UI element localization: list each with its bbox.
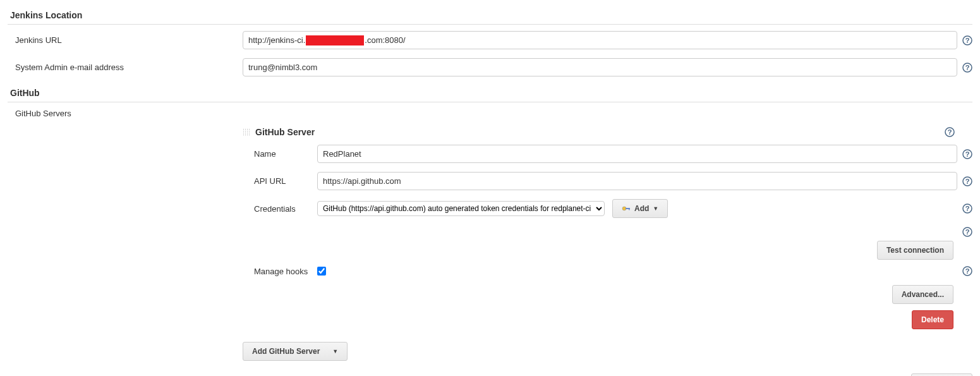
credentials-select[interactable]: GitHub (https://api.github.com) auto gen… (317, 201, 605, 216)
add-cred-label: Add (634, 204, 649, 213)
svg-text:?: ? (965, 64, 970, 71)
jenkins-url-row: Jenkins URL http://jenkins-ci. .com:8080… (8, 31, 972, 49)
jenkins-url-label: Jenkins URL (15, 35, 243, 45)
github-servers-row: GitHub Servers (8, 109, 972, 118)
manage-hooks-label: Manage hooks (254, 267, 317, 276)
jenkins-url-input[interactable] (243, 31, 957, 49)
help-icon[interactable]: ? (962, 176, 972, 186)
delete-server-button[interactable]: Delete (912, 310, 953, 329)
manage-hooks-checkbox[interactable] (317, 267, 326, 276)
help-icon[interactable]: ? (962, 149, 972, 159)
credentials-row: Credentials GitHub (https://api.github.c… (243, 199, 972, 218)
help-icon[interactable]: ? (962, 35, 972, 45)
svg-text:?: ? (965, 205, 970, 212)
add-credentials-button[interactable]: Add ▼ (612, 199, 668, 218)
svg-text:?: ? (948, 128, 952, 136)
section-github-title: GitHub (8, 85, 972, 102)
github-server-block: GitHub Server ? Name ? API URL ? Credent… (243, 127, 972, 329)
caret-down-icon: ▼ (653, 205, 658, 212)
svg-text:?: ? (965, 150, 970, 158)
help-icon[interactable]: ? (962, 203, 972, 214)
caret-down-icon: ▼ (332, 348, 338, 355)
api-url-row: API URL ? (243, 172, 972, 190)
github-servers-label: GitHub Servers (15, 109, 243, 118)
drag-handle-icon[interactable] (243, 128, 250, 136)
admin-email-label: System Admin e-mail address (15, 63, 243, 72)
server-advanced-button[interactable]: Advanced... (892, 285, 953, 304)
outer-advanced-button[interactable]: Advanced... (911, 373, 972, 376)
api-url-label: API URL (254, 176, 317, 186)
svg-text:?: ? (965, 267, 970, 275)
help-icon[interactable]: ? (962, 266, 972, 276)
help-icon[interactable]: ? (962, 63, 972, 73)
svg-rect-12 (629, 208, 630, 210)
admin-email-input[interactable] (243, 58, 957, 76)
add-github-server-button[interactable]: Add GitHub Server ▼ (243, 342, 348, 361)
svg-text:?: ? (965, 228, 970, 236)
section-jenkins-location-title: Jenkins Location (8, 8, 972, 25)
admin-email-row: System Admin e-mail address ? (8, 58, 972, 76)
help-icon[interactable]: ? (945, 127, 955, 137)
manage-hooks-row: Manage hooks ? (243, 266, 972, 276)
api-url-input[interactable] (317, 172, 957, 190)
server-name-row: Name ? (243, 145, 972, 163)
server-name-label: Name (254, 149, 317, 159)
test-connection-button[interactable]: Test connection (877, 241, 953, 260)
svg-text:?: ? (965, 37, 970, 44)
github-server-title: GitHub Server (255, 127, 315, 137)
svg-text:?: ? (965, 178, 970, 185)
help-icon[interactable]: ? (962, 227, 972, 237)
add-server-label: Add GitHub Server (252, 347, 320, 356)
key-icon (622, 205, 631, 212)
credentials-label: Credentials (254, 204, 317, 214)
server-name-input[interactable] (317, 145, 957, 163)
